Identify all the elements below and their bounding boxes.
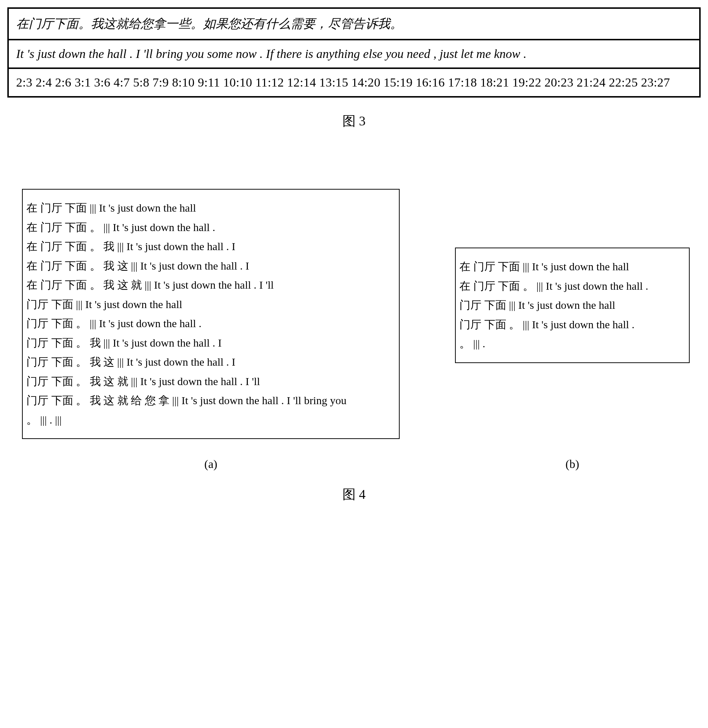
figure4-sublabel-b: (b) — [455, 457, 690, 471]
figure4-boxes-row: 在 门厅 下面 ||| It 's just down the hall 在 门… — [7, 189, 701, 439]
phrase-pair-line: 门厅 下面 。 我 这 就 ||| It 's just down the ha… — [26, 372, 395, 391]
figure4-sublabel-a: (a) — [22, 457, 400, 471]
phrase-pair-line: 在 门厅 下面 ||| It 's just down the hall — [26, 198, 395, 218]
figure3-english-row: It 's just down the hall . I 'll bring y… — [8, 39, 700, 68]
figure3-alignment-row: 2:3 2:4 2:6 3:1 3:6 4:7 5:8 7:9 8:10 9:1… — [8, 68, 700, 97]
figure4-box-b: 在 门厅 下面 ||| It 's just down the hall 在 门… — [455, 247, 690, 363]
phrase-pair-line: 门厅 下面 。 我 这 就 给 您 拿 ||| It 's just down … — [26, 391, 395, 410]
figure3-caption: 图 3 — [7, 112, 701, 130]
phrase-pair-line: 。 ||| . — [459, 334, 685, 353]
phrase-pair-line: 在 门厅 下面 。 我 这 ||| It 's just down the ha… — [26, 256, 395, 276]
figure4-sublabels-row: (a) (b) — [7, 457, 701, 471]
phrase-pair-line: 门厅 下面 。 我 ||| It 's just down the hall .… — [26, 333, 395, 353]
figure4-caption: 图 4 — [7, 485, 701, 504]
phrase-pair-line: 门厅 下面 。 我 这 ||| It 's just down the hall… — [26, 352, 395, 372]
phrase-pair-line: 。 ||| . ||| — [26, 410, 395, 430]
phrase-pair-line: 在 门厅 下面 。 我 这 就 ||| It 's just down the … — [26, 275, 395, 295]
phrase-pair-line: 在 门厅 下面 。 ||| It 's just down the hall . — [459, 276, 685, 296]
phrase-pair-line: 门厅 下面 ||| It 's just down the hall — [26, 295, 395, 314]
phrase-pair-line: 在 门厅 下面 。 我 ||| It 's just down the hall… — [26, 237, 395, 256]
phrase-pair-line: 门厅 下面 ||| It 's just down the hall — [459, 296, 685, 315]
phrase-pair-line: 在 门厅 下面 ||| It 's just down the hall — [459, 257, 685, 276]
figure4-box-a: 在 门厅 下面 ||| It 's just down the hall 在 门… — [22, 189, 400, 439]
figure3-chinese-row: 在门厅下面。我这就给您拿一些。如果您还有什么需要，尽管告诉我。 — [8, 8, 700, 39]
phrase-pair-line: 门厅 下面 。 ||| It 's just down the hall . — [459, 315, 685, 334]
phrase-pair-line: 门厅 下面 。 ||| It 's just down the hall . — [26, 314, 395, 333]
figure3-table: 在门厅下面。我这就给您拿一些。如果您还有什么需要，尽管告诉我。 It 's ju… — [7, 7, 701, 97]
phrase-pair-line: 在 门厅 下面 。 ||| It 's just down the hall . — [26, 218, 395, 237]
